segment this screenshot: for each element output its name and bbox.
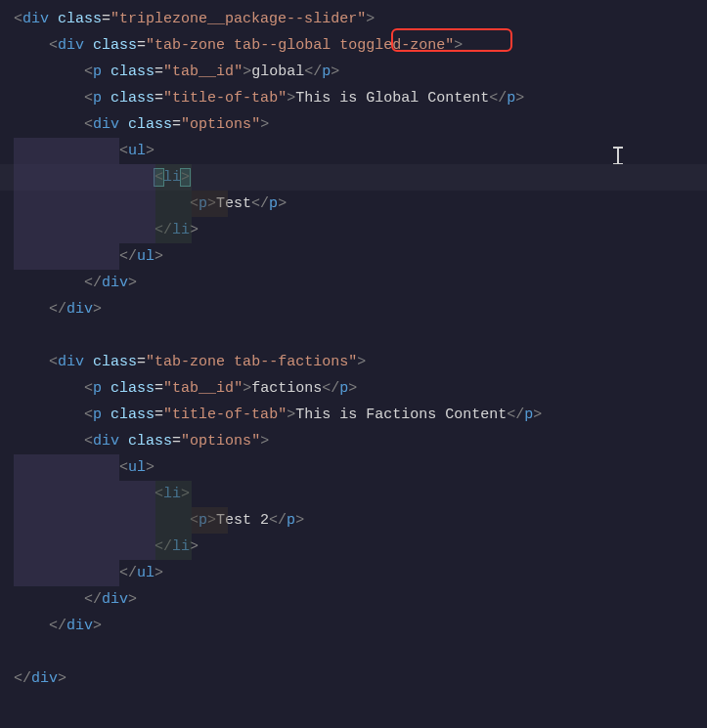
code-line[interactable]: <p class="tab__id">factions</p> [14,375,707,402]
code-line[interactable]: <div class="tab-zone tab--global toggled… [14,32,707,59]
code-line[interactable]: </div> [14,586,707,613]
code-line[interactable]: <p>Test</p> [14,191,707,217]
code-line[interactable]: <p class="tab__id">global</p> [14,59,707,85]
code-line[interactable]: <div class="triplezone__package--slider"… [14,6,707,32]
code-line[interactable]: </li> [14,217,707,243]
code-line[interactable] [14,639,707,665]
code-line[interactable]: </div> [14,613,707,639]
code-line[interactable]: <p class="title-of-tab">This is Factions… [14,402,707,428]
code-line[interactable]: <ul> [14,454,707,481]
code-line[interactable]: <div class="options"> [14,111,707,138]
code-line[interactable]: </div> [14,270,707,296]
code-line[interactable]: </div> [14,296,707,322]
code-line[interactable] [14,322,707,349]
code-line[interactable]: <ul> [14,138,707,164]
code-line[interactable]: </ul> [14,243,707,270]
code-line[interactable]: </ul> [14,560,707,586]
code-line[interactable]: <p>Test 2</p> [14,507,707,534]
code-line[interactable]: <li> [14,164,707,191]
highlighted-class-name: toggled-zone [339,37,445,54]
code-line[interactable]: <p class="title-of-tab">This is Global C… [14,85,707,111]
code-line[interactable]: <div class="options"> [14,428,707,454]
code-editor[interactable]: <div class="triplezone__package--slider"… [0,0,707,698]
code-line[interactable]: <li> [14,481,707,507]
code-line[interactable]: </li> [14,534,707,560]
code-line[interactable]: <div class="tab-zone tab--factions"> [14,349,707,375]
code-line[interactable]: </div> [14,665,707,692]
